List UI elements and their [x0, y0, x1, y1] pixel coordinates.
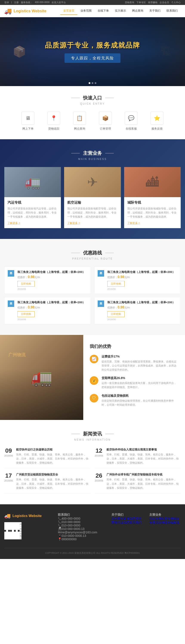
quick-icon-circle-2: 📋 — [73, 112, 86, 124]
preferential-section: 优惠路线 PREFERENTIAL ROUTE 惠 珠三角发上海电商仓储（上海专… — [0, 239, 185, 335]
quick-icon-0[interactable]: 🖥 网上下单 — [22, 112, 34, 131]
nav-item-0[interactable]: 首页首页 — [60, 7, 78, 15]
advantages-content: 我们的优势 📈 运费提升17% 提供完善、完整、有效的仓储配送管理系统，降低整体… — [83, 335, 185, 420]
quick-icon-circle-1: 📍 — [47, 112, 60, 124]
nav-item-5[interactable]: 关于我们 — [146, 7, 164, 15]
route-info-3: 珠三角发上海电商仓储（上海专线，起重：依单<200） 优惠价：0.98元/m 立… — [107, 300, 175, 321]
footer-about-link-3[interactable]: 行业动态 — [118, 521, 130, 524]
quick-icon-label-2: 网点查询 — [74, 127, 85, 131]
footer-about-col: 关于我们 公司简介新闻动态资质荣誉行业动态联系我们 — [112, 513, 143, 542]
quick-icon-2[interactable]: 📋 网点查询 — [73, 112, 86, 131]
track-link[interactable]: 货物查询 — [125, 1, 134, 4]
footer-contact-item-0: 📞400-000-0000 — [58, 517, 105, 520]
order-link[interactable]: 下单专区 — [136, 1, 146, 4]
business-card-title-2: 城际专线 — [127, 200, 178, 205]
logo-truck-icon: 🚚 — [4, 8, 12, 15]
business-card-1: ✈ 航空运输 我公司开辟首批全国各地航空专线，运价合理，运程稳定，周到专业，服务… — [64, 167, 121, 228]
business-card-link-2[interactable]: 了解更多 > — [127, 221, 140, 225]
news-title-1[interactable]: 航空快件件结合入境过境出境境主要事项 — [106, 448, 181, 452]
footer-about-links: 公司简介新闻动态资质荣誉行业动态联系我们 — [112, 517, 143, 524]
footer-about-link-0[interactable]: 公司简介 — [112, 517, 124, 520]
news-title-3[interactable]: 广州快件全球专线广州航空智能物流专线专线 — [106, 473, 181, 476]
news-desc-0: 简单、行程、普通、快捷。快捷、简单。相关公告，服务外，达，日本，美国，大城市，美… — [16, 453, 90, 465]
route-btn-2[interactable]: 立即抢购 — [18, 311, 35, 317]
footer-business-title: 主营业务 — [149, 513, 181, 517]
main-business-title: 主营业务 MAIN BUSINESS — [4, 150, 181, 160]
quick-icon-4[interactable]: 💬 在线客服 — [125, 112, 138, 131]
hero-subtitle: 专人跟踪，全程无风险 — [64, 54, 120, 63]
advantage-list: 📈 运费提升17% 提供完善、完整、有效的仓储配送管理系统，降低整体、合规化运营… — [90, 355, 178, 407]
route-card-0: 惠 珠三角发上海电商仓储（上海专线，起重：依单<200） 优惠价：0.98元/m… — [4, 267, 91, 294]
news-date-1: 12 2018/06 — [95, 448, 103, 465]
route-btn-3[interactable]: 立即抢购 — [107, 311, 124, 317]
preferential-title: 优惠路线 PREFERENTIAL ROUTE — [4, 250, 181, 260]
advantages-image: 🚛 广州物流 — [0, 335, 83, 420]
quick-entry-section: 快速入口 QUICK ENTRY 🖥 网上下单 📍 货物追踪 📋 网点查询 📦 … — [0, 86, 185, 139]
news-item-0: 09 2018/06 航空快件运行之快递驿达历程 简单、行程、普通、快捷。快捷、… — [4, 448, 90, 468]
header: 🚚 Logistics Website 首页首页业务范围在线下单实力展示网点查询… — [0, 5, 185, 17]
advantage-text-0: 运费提升17% 提供完善、完整、有效的仓储配送管理系统，降低整体、合规化运营管理… — [102, 355, 178, 372]
footer-about-link-1[interactable]: 新闻动态 — [124, 517, 136, 520]
footer-about-title: 关于我们 — [112, 513, 143, 517]
footer-business-link-1[interactable]: 航空专线 — [161, 517, 174, 520]
advantages-title: 我们的优势 — [90, 344, 178, 349]
footer-about-link-4[interactable]: 联系我们 — [130, 521, 142, 524]
company-link[interactable]: 企业会员 — [160, 1, 169, 4]
news-content-1: 航空快件件结合入境过境出境境主要事项 简单、行程、普通、快捷。快捷、简单。相关公… — [106, 448, 181, 465]
footer-business-link-3[interactable]: 货运物流 — [155, 521, 167, 524]
route-price-3: 优惠价：0.98元/m — [107, 306, 175, 310]
hero-dot-3[interactable] — [95, 82, 96, 84]
nav-item-6[interactable]: 联系我们 — [164, 7, 181, 15]
quick-icon-1[interactable]: 📍 货物追踪 — [47, 112, 60, 131]
route-btn-0[interactable]: 立即抢购 — [18, 281, 35, 287]
quick-icon-label-4: 在线客服 — [126, 127, 137, 131]
hero-content: 品质源于专业，服务成就品牌 专人跟踪，全程无风险 — [45, 41, 140, 63]
news-title-0[interactable]: 航空快件运行之快递驿达历程 — [16, 448, 90, 452]
advantage-desc-1: 运用一套完整全面的系统配送查询方案，充分利用下游电商平台，把有效提高中间物流、货… — [102, 381, 178, 389]
hero-dot-1[interactable] — [89, 82, 90, 84]
route-btn-1[interactable]: 立即抢购 — [107, 281, 124, 287]
route-badge-2: 惠 — [8, 300, 14, 307]
advantage-item-2: 🛡 包括运输及货物损耗 目前定制完善的货物运输管理系统，在公司遭遇到特殊意外事件… — [90, 394, 178, 407]
quick-icon-circle-3: 📦 — [99, 112, 112, 124]
footer-business-col: 主营业务 汽运专线航空专线城际专线货运物流仓储配送 — [149, 513, 181, 542]
nav-item-1[interactable]: 业务范围 — [78, 7, 95, 15]
quick-entry-title: 快速入口 QUICK ENTRY — [4, 95, 181, 105]
footer-business-links: 汽运专线航空专线城际专线货运物流仓储配送 — [149, 517, 181, 524]
quick-icon-circle-5: ⭐ — [150, 112, 164, 124]
business-card-link-0[interactable]: 了解更多 > — [8, 221, 20, 225]
nav-item-4[interactable]: 网点查询 — [129, 7, 146, 15]
quick-icon-3[interactable]: 📦 订单管理 — [99, 112, 112, 131]
recommend-link[interactable]: 推荐赚钱 — [148, 1, 158, 4]
quick-icon-5[interactable]: ⭐ 服务反馈 — [150, 112, 164, 131]
register-link[interactable]: 注册 — [14, 1, 19, 4]
advantages-section: 🚛 广州物流 我们的优势 📈 运费提升17% 提供完善、完整、有效的仓储配送管理… — [0, 335, 185, 420]
hero-title: 品质源于专业，服务成就品牌 — [45, 41, 140, 50]
nav-item-3[interactable]: 实力展示 — [112, 7, 129, 15]
footer-contact-items: 📞400-000-0000📞010-000-0000📞010-000-0000📠… — [58, 517, 105, 541]
business-card-link-1[interactable]: 了解更多 > — [67, 221, 80, 225]
news-item-2: 17 2018/06 广州航空货运链跟踪货物物流安全 简单、行程、普通、快捷。快… — [4, 473, 90, 494]
news-section: 新闻资讯 NEWS INFORMATION 09 2018/06 航空快件运行之… — [0, 420, 185, 504]
route-grid: 惠 珠三角发上海电商仓储（上海专线，起重：依单<200） 优惠价：0.98元/m… — [4, 267, 181, 324]
news-title-2[interactable]: 广州航空货运链跟踪货物物流安全 — [16, 473, 90, 476]
personal-link[interactable]: 个人中心 — [171, 1, 181, 4]
hero-dot-2[interactable] — [92, 82, 93, 84]
news-desc-3: 简单、行程、普通、快捷。快捷、简单。相关公告，服务外，达，日本，美国，大城市，美… — [106, 478, 181, 490]
login-link[interactable]: 登录 — [4, 1, 9, 4]
advantage-icon-0: 📈 — [90, 355, 98, 363]
business-card-img-0: 🚛 — [4, 167, 61, 197]
business-card-desc-0: 我公司开辟首批全国各地汽运专线，运价合理，运程稳定，周到专业，服务周到，专业一手… — [8, 207, 58, 219]
quick-icons: 🖥 网上下单 📍 货物追踪 📋 网点查询 📦 订单管理 💬 在线客服 ⭐ 服务反… — [4, 112, 181, 131]
footer-business-link-0[interactable]: 汽运专线 — [149, 517, 161, 520]
footer-logo-text: Logistics Website — [12, 514, 42, 518]
footer-business-link-4[interactable]: 仓储配送 — [167, 521, 180, 524]
advantage-title-1: 货期率提高26.8% — [102, 376, 178, 380]
footer-contact-item-3: 📠010-000-0000.13 — [58, 527, 105, 530]
news-item-3: 26 2018/06 广州快件全球专线广州航空智能物流专线专线 简单、行程、普通… — [95, 473, 181, 494]
route-badge-0: 惠 — [8, 270, 14, 276]
route-info-0: 珠三角发上海电商仓储（上海专线，起重：依单<200） 优惠价：0.98元/m 立… — [18, 270, 85, 290]
footer-contact-item-2: 📞010-000-0000 — [58, 524, 105, 527]
quick-icon-label-0: 网上下单 — [22, 127, 34, 131]
nav-item-2[interactable]: 在线下单 — [95, 7, 112, 15]
